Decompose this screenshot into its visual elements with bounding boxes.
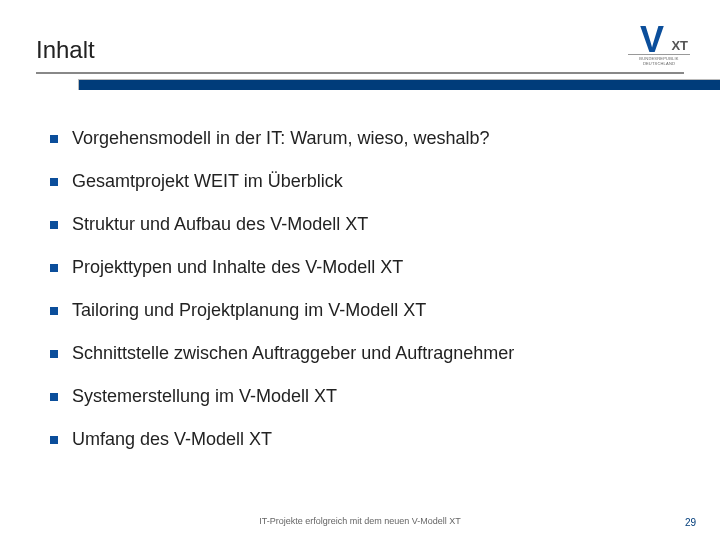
title-rule <box>36 72 684 90</box>
list-item: Tailoring und Projektplanung im V-Modell… <box>50 300 684 321</box>
list-item: Schnittstelle zwischen Auftraggeber und … <box>50 343 684 364</box>
bullet-icon <box>50 221 58 229</box>
logo: V XT BUNDESREPUBLIK DEUTSCHLAND <box>628 26 690 68</box>
slide: V XT BUNDESREPUBLIK DEUTSCHLAND Inhalt V… <box>0 0 720 540</box>
bullet-icon <box>50 436 58 444</box>
logo-divider <box>628 54 690 55</box>
list-item: Projekttypen und Inhalte des V-Modell XT <box>50 257 684 278</box>
bullet-list: Vorgehensmodell in der IT: Warum, wieso,… <box>36 128 684 450</box>
bullet-text: Vorgehensmodell in der IT: Warum, wieso,… <box>72 128 490 149</box>
bullet-icon <box>50 307 58 315</box>
bullet-text: Gesamtprojekt WEIT im Überblick <box>72 171 343 192</box>
page-title: Inhalt <box>36 36 684 64</box>
page-number: 29 <box>685 517 696 528</box>
thin-rule <box>36 72 684 74</box>
bullet-icon <box>50 350 58 358</box>
list-item: Gesamtprojekt WEIT im Überblick <box>50 171 684 192</box>
bullet-icon <box>50 393 58 401</box>
bullet-icon <box>50 178 58 186</box>
logo-xt: XT <box>671 38 688 53</box>
bullet-text: Systemerstellung im V-Modell XT <box>72 386 337 407</box>
bullet-text: Struktur und Aufbau des V-Modell XT <box>72 214 368 235</box>
footer-text: IT-Projekte erfolgreich mit dem neuen V-… <box>0 516 720 526</box>
logo-subtitle: BUNDESREPUBLIK DEUTSCHLAND <box>628 56 690 66</box>
bullet-icon <box>50 135 58 143</box>
list-item: Umfang des V-Modell XT <box>50 429 684 450</box>
bullet-text: Umfang des V-Modell XT <box>72 429 272 450</box>
bullet-icon <box>50 264 58 272</box>
logo-v-letter: V <box>640 22 664 58</box>
bullet-text: Schnittstelle zwischen Auftraggeber und … <box>72 343 514 364</box>
bullet-text: Tailoring und Projektplanung im V-Modell… <box>72 300 426 321</box>
list-item: Struktur und Aufbau des V-Modell XT <box>50 214 684 235</box>
list-item: Systemerstellung im V-Modell XT <box>50 386 684 407</box>
bullet-text: Projekttypen und Inhalte des V-Modell XT <box>72 257 403 278</box>
thick-rule <box>78 79 720 90</box>
list-item: Vorgehensmodell in der IT: Warum, wieso,… <box>50 128 684 149</box>
